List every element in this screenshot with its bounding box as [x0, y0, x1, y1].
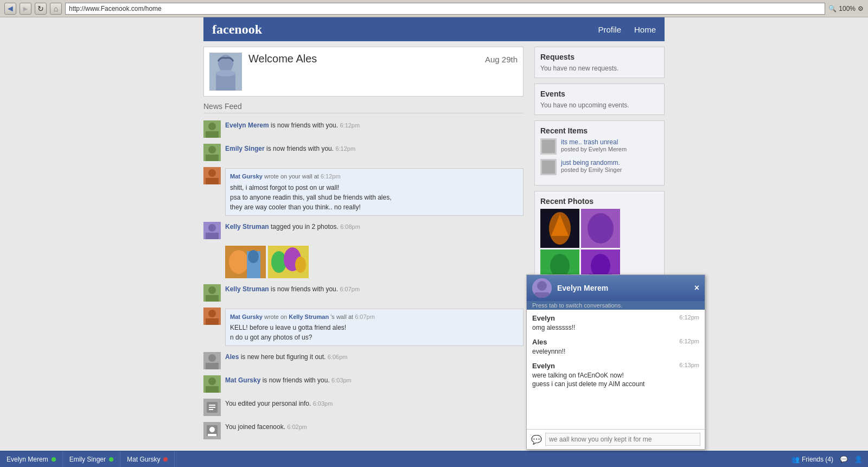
fb-center: Welcome Ales Aug 29th News Feed	[203, 47, 529, 443]
feed-item: Ales is new here but figuring it out. 6:…	[203, 349, 524, 373]
emily-status	[109, 457, 113, 462]
chat-icon[interactable]: 💬	[840, 456, 848, 463]
feed-text: Kelly Struman is now friends with you. 6…	[225, 284, 524, 294]
fb-header: facenook Profile Home	[203, 17, 665, 41]
recent-items-box: Recent Items its me.. trash unreal poste…	[534, 120, 665, 185]
chat-message-header: Evelyn 6:12pm	[532, 314, 699, 322]
recent-item-thumb	[540, 138, 557, 155]
chat-message: Ales 6:12pm eveleynnn!!	[532, 338, 699, 356]
recent-item: its me.. trash unreal posted by Evelyn M…	[540, 138, 659, 155]
feed-user-link[interactable]: Evelyn Merem	[225, 121, 269, 129]
feed-avatar	[203, 308, 221, 325]
chat-header: Evelyn Merem ×	[527, 275, 705, 301]
recent-item-info: its me.. trash unreal posted by Evelyn M…	[561, 138, 627, 152]
bottom-bar: Evelyn Merem Emily Singer Mat Gursky 👥 F…	[0, 451, 868, 467]
recent-item: just being randomm. posted by Emily Sing…	[540, 159, 659, 175]
people-icon[interactable]: 👤	[854, 456, 863, 463]
feed-text: Emily Singer is now friends with you. 6:…	[225, 144, 524, 153]
feed-avatar	[203, 375, 221, 393]
svg-rect-12	[206, 178, 219, 184]
svg-rect-48	[542, 161, 555, 174]
welcome-text: Welcome Ales	[248, 53, 317, 65]
recent-item-info: just being randomm. posted by Emily Sing…	[561, 159, 622, 173]
refresh-button[interactable]: ↻	[35, 3, 47, 15]
photo-thumb[interactable]	[268, 246, 309, 278]
feed-user-link[interactable]: Kelly Struman	[225, 223, 269, 231]
feed-item: You edited your personal info. 6:03pm	[203, 396, 524, 419]
photo-thumb[interactable]	[225, 246, 266, 278]
wall-post-user[interactable]: Mat Gursky	[230, 314, 263, 320]
chat-input[interactable]	[545, 433, 700, 446]
news-feed-label: News Feed	[203, 102, 242, 111]
feed-avatar	[203, 352, 221, 369]
requests-text: You have no new requests.	[540, 65, 659, 72]
evelyn-name: Evelyn Merem	[7, 456, 48, 463]
feed-item: You joined facenook. 6:02pm	[203, 419, 524, 443]
wall-post-line3: they are way cooler than you think.. no …	[230, 202, 519, 212]
bottom-chat-mat[interactable]: Mat Gursky	[120, 451, 175, 468]
address-bar[interactable]: http://www.Facenook.com/home	[65, 3, 825, 15]
feed-avatar	[203, 399, 221, 416]
svg-point-28	[208, 310, 216, 317]
photo-thumb[interactable]	[581, 209, 620, 248]
back-button[interactable]: ◄	[4, 3, 16, 15]
svg-rect-68	[534, 292, 550, 298]
svg-rect-32	[206, 363, 219, 369]
zoom-area: 🔍 100% ⚙	[828, 5, 864, 12]
chat-subtitle: Press tab to switch conversations.	[527, 301, 705, 310]
post-header: Mat Gursky wrote on your wall at 6:12pm	[230, 172, 519, 181]
chat-message: Evelyn 6:13pm were talking on fAcEnOoK n…	[532, 362, 699, 389]
svg-point-3	[216, 70, 235, 76]
nav-home[interactable]: Home	[634, 25, 656, 34]
photo-thumb[interactable]	[540, 209, 579, 248]
url-text: http://www.Facenook.com/home	[69, 5, 162, 12]
wall-post-user[interactable]: Mat Gursky	[230, 173, 263, 180]
feed-item: Evelyn Merem is now friends with you. 6:…	[203, 118, 524, 141]
chat-message-header: Evelyn 6:13pm	[532, 362, 699, 370]
fb-logo[interactable]: facenook	[212, 22, 262, 37]
friends-count[interactable]: Friends (4)	[802, 456, 833, 463]
recent-items-title: Recent Items	[540, 126, 659, 135]
profile-avatar	[209, 53, 242, 91]
feed-item: Emily Singer is now friends with you. 6:…	[203, 141, 524, 164]
zoom-icon: 🔍	[828, 5, 837, 12]
bottom-chat-evelyn[interactable]: Evelyn Merem	[0, 451, 63, 468]
settings-icon[interactable]: ⚙	[858, 5, 864, 12]
news-feed: News Feed Evelyn Merem is now friends wi…	[203, 102, 524, 443]
wall-post: Mat Gursky wrote on Kelly Struman 's wal…	[225, 309, 524, 347]
home-button[interactable]: ⌂	[50, 3, 62, 15]
forward-button[interactable]: ►	[20, 3, 31, 15]
emily-name: Emily Singer	[69, 456, 106, 463]
browser-chrome: ◄ ► ↻ ⌂ http://www.Facenook.com/home 🔍 1…	[0, 0, 868, 17]
requests-title: Requests	[540, 53, 659, 61]
wall-post-target[interactable]: Kelly Struman	[289, 314, 329, 320]
feed-text: Kelly Struman tagged you in 2 photos. 6:…	[225, 222, 360, 232]
svg-point-5	[208, 123, 216, 130]
svg-point-19	[248, 250, 259, 263]
chat-close-button[interactable]: ×	[694, 283, 699, 293]
feed-user-link[interactable]: Mat Gursky	[225, 376, 260, 384]
evelyn-status	[52, 457, 56, 462]
feed-item: Mat Gursky is now friends with you. 6:03…	[203, 373, 524, 396]
svg-point-31	[208, 354, 216, 362]
feed-user-link[interactable]: Ales	[225, 353, 239, 361]
svg-point-11	[208, 169, 216, 177]
feed-text: Evelyn Merem is now friends with you. 6:…	[225, 120, 524, 130]
wall-post-line2: n do u got any photos of us?	[230, 332, 519, 342]
svg-rect-9	[206, 155, 219, 161]
recent-item-poster: posted by Emily Singer	[561, 167, 622, 173]
feed-avatar	[203, 167, 221, 184]
svg-point-53	[588, 213, 614, 244]
feed-user-link[interactable]: Kelly Struman	[225, 285, 269, 293]
news-feed-header: News Feed	[203, 102, 524, 113]
recent-item-title[interactable]: its me.. trash unreal	[561, 138, 627, 146]
chat-emoji-icon[interactable]: 💬	[531, 434, 542, 445]
recent-item-title[interactable]: just being randomm.	[561, 159, 622, 167]
feed-avatar	[203, 144, 221, 161]
bottom-chat-emily[interactable]: Emily Singer	[63, 451, 120, 468]
feed-text: You joined facenook. 6:02pm	[225, 422, 524, 432]
nav-profile[interactable]: Profile	[598, 25, 621, 34]
feed-avatar	[203, 422, 221, 439]
feed-user-link[interactable]: Emily Singer	[225, 145, 265, 152]
svg-rect-26	[206, 295, 219, 302]
